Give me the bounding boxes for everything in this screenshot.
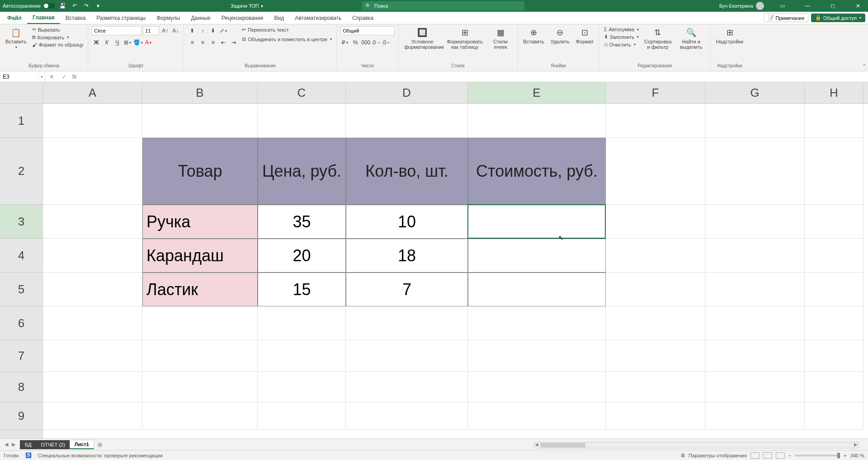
name-box-input[interactable]	[0, 74, 38, 80]
table-price-2[interactable]: 20	[258, 239, 346, 273]
cell-B9[interactable]	[142, 403, 258, 430]
status-accessibility[interactable]: Специальные возможности: проверьте реком…	[38, 453, 163, 458]
cell-H6[interactable]	[805, 306, 863, 340]
minimize-icon[interactable]: ―	[797, 0, 817, 12]
row-header-5[interactable]: 5	[0, 273, 42, 306]
cell-B1[interactable]	[142, 104, 258, 138]
tab-insert[interactable]: Вставка	[60, 12, 91, 24]
cell-E6[interactable]	[468, 306, 606, 340]
undo-icon[interactable]: ↶	[71, 2, 79, 10]
cell-A9[interactable]	[43, 403, 142, 430]
row-header-1[interactable]: 1	[0, 104, 42, 138]
zoom-level[interactable]: 340 %	[850, 453, 864, 458]
autosave-toggle[interactable]: Автосохранение	[3, 3, 55, 9]
user-account[interactable]: Буч Екатерина	[719, 2, 767, 10]
column-header-H[interactable]: H	[805, 82, 863, 103]
align-center-icon[interactable]: ≡	[198, 38, 207, 47]
border-button[interactable]: ⊞▾	[123, 38, 132, 47]
cell-F1[interactable]	[606, 104, 705, 138]
display-settings-button[interactable]: Параметры отображения	[689, 453, 747, 458]
collapse-ribbon-icon[interactable]: ⌃	[862, 63, 866, 69]
table-header-3[interactable]: Кол-во, шт.	[346, 138, 468, 205]
cell-E1[interactable]	[468, 104, 606, 138]
scrollbar-thumb[interactable]	[540, 443, 585, 447]
table-rowlabel-2[interactable]: Карандаш	[142, 239, 258, 273]
format-cells-button[interactable]: ⊡Формат	[574, 26, 595, 63]
cell-E9[interactable]	[468, 403, 606, 430]
table-header-2[interactable]: Цена, руб.	[258, 138, 346, 205]
cell-C1[interactable]	[258, 104, 346, 138]
maximize-icon[interactable]: ◻	[823, 0, 843, 12]
fx-icon[interactable]: fx	[71, 74, 76, 80]
sheet-tab-bd[interactable]: БД	[20, 440, 37, 449]
cell-A6[interactable]	[43, 306, 142, 340]
font-size-combo[interactable]	[143, 26, 159, 35]
orientation-icon[interactable]: ⤢▾	[219, 26, 228, 35]
scroll-left-icon[interactable]: ◀	[535, 442, 538, 447]
cell-E8[interactable]	[468, 372, 606, 403]
increase-decimal-icon[interactable]: .0→	[372, 38, 381, 47]
comments-button[interactable]: 📝Примечания	[764, 14, 809, 22]
row-header-7[interactable]: 7	[0, 340, 42, 372]
sheet-nav-prev-icon[interactable]: ◀	[5, 442, 8, 447]
cell-G4[interactable]	[705, 239, 805, 273]
cell-A7[interactable]	[43, 340, 142, 372]
cell-F3[interactable]	[606, 205, 705, 239]
row-header-8[interactable]: 8	[0, 372, 42, 403]
increase-font-icon[interactable]: A↑	[160, 26, 170, 35]
cell-C7[interactable]	[258, 340, 346, 372]
align-right-icon[interactable]: ≡	[208, 38, 217, 47]
clear-button[interactable]: ◇Очистить▾	[603, 41, 640, 48]
row-header-6[interactable]: 6	[0, 306, 42, 340]
cell-G8[interactable]	[705, 372, 805, 403]
cell-F6[interactable]	[606, 306, 705, 340]
cell-E7[interactable]	[468, 340, 606, 372]
align-top-icon[interactable]: ⬆	[188, 26, 197, 35]
sheet-tab-report2[interactable]: ОТЧЕТ (2)	[36, 440, 70, 449]
table-rowlabel-1[interactable]: Ручка	[142, 205, 258, 239]
cell-D1[interactable]	[346, 104, 468, 138]
document-name[interactable]: Задачи ТОП ▾	[231, 3, 263, 9]
column-header-A[interactable]: A	[43, 82, 142, 103]
sort-filter-button[interactable]: ⇅Сортировка и фильтр	[642, 26, 673, 63]
percent-icon[interactable]: %	[351, 38, 360, 47]
close-icon[interactable]: ✕	[848, 0, 868, 12]
cell-A5[interactable]	[43, 273, 142, 306]
tab-help[interactable]: Справка	[347, 12, 379, 24]
insert-cells-button[interactable]: ⊕Вставить	[521, 26, 546, 63]
fill-button[interactable]: ⬇Заполнить▾	[603, 33, 640, 40]
cancel-formula-icon[interactable]: ✕	[45, 74, 58, 80]
cell-H8[interactable]	[805, 372, 863, 403]
cell-A2[interactable]	[43, 138, 142, 205]
cell-C9[interactable]	[258, 403, 346, 430]
increase-indent-icon[interactable]: ⇥	[229, 38, 238, 47]
table-price-3[interactable]: 15	[258, 273, 346, 306]
addins-button[interactable]: ⊞Надстройки	[714, 26, 745, 63]
table-cost-3[interactable]	[468, 273, 606, 306]
cell-A8[interactable]	[43, 372, 142, 403]
cut-button[interactable]: ✂Вырезать	[31, 26, 85, 33]
cell-F7[interactable]	[606, 340, 705, 372]
column-header-E[interactable]: E	[468, 82, 606, 103]
cell-B8[interactable]	[142, 372, 258, 403]
scroll-right-icon[interactable]: ▶	[854, 442, 858, 447]
table-cost-2[interactable]	[468, 239, 606, 273]
table-qty-3[interactable]: 7	[346, 273, 468, 306]
column-header-C[interactable]: C	[258, 82, 346, 103]
select-all-corner[interactable]	[0, 82, 43, 103]
italic-button[interactable]: К	[102, 38, 111, 47]
bold-button[interactable]: Ж	[92, 38, 101, 47]
cell-F2[interactable]	[606, 138, 705, 205]
column-header-F[interactable]: F	[606, 82, 705, 103]
cell-A1[interactable]	[43, 104, 142, 138]
row-header-4[interactable]: 4	[0, 239, 42, 273]
paste-button[interactable]: 📋 Вставить ▾	[4, 26, 28, 63]
number-format-combo[interactable]	[340, 26, 395, 35]
cell-H1[interactable]	[805, 104, 863, 138]
tab-formulas[interactable]: Формулы	[151, 12, 185, 24]
tab-layout[interactable]: Разметка страницы	[91, 12, 151, 24]
align-middle-icon[interactable]: ↕	[198, 26, 207, 35]
table-qty-1[interactable]: 10	[346, 205, 468, 239]
name-box-dropdown-icon[interactable]: ▾	[38, 71, 45, 82]
cell-H7[interactable]	[805, 340, 863, 372]
